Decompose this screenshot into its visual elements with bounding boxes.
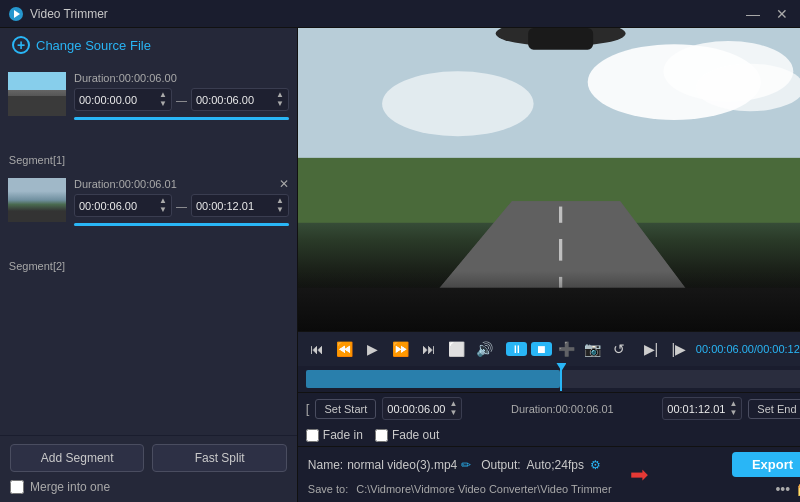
export-button[interactable]: Export (732, 452, 800, 477)
duration-display: Duration:00:00:06.01 (468, 403, 656, 415)
right-panel: ⏮ ⏪ ▶ ⏩ ⏭ ⬜ 🔊 ⏸ ⏹ ➕ 📷 ↺ ▶| |▶ 00:00:06.0… (298, 28, 800, 502)
start-time-spinners: ▲ ▼ (449, 400, 457, 417)
segment-1-end-up[interactable]: ▲ (276, 91, 284, 99)
end-time-value: 00:01:12.01 (667, 403, 725, 415)
fade-out-checkbox[interactable] (375, 429, 388, 442)
segment-2-thumbnail (8, 178, 66, 222)
footer-output-group: Output: Auto;24fps ⚙ (481, 458, 601, 472)
start-time-down[interactable]: ▼ (449, 409, 457, 417)
segment-1-end-spinners: ▲ ▼ (276, 91, 284, 108)
segment-2-end-up[interactable]: ▲ (276, 197, 284, 205)
segment-2-time-inputs: ▲ ▼ — ▲ ▼ (74, 194, 289, 217)
segment-2-end-input[interactable] (196, 200, 276, 212)
segment-1-item: Segment[1] Duration:00:00:06.00 ▲ ▼ (0, 66, 297, 172)
footer-name-group: Name: normal video(3).mp4 ✏ (308, 458, 471, 472)
skip-start-button[interactable]: ⏮ (306, 338, 328, 360)
timeline-track[interactable] (306, 370, 800, 388)
segment-1-thumbnail (8, 72, 66, 116)
set-points-row: [ Set Start 00:00:06.00 ▲ ▼ Duration:00:… (298, 392, 800, 424)
footer-bottom: Save to: C:\Vidmore\Vidmore Video Conver… (308, 481, 800, 497)
save-to-label: Save to: (308, 483, 348, 495)
timeline-area[interactable] (298, 366, 800, 392)
video-preview (298, 28, 800, 331)
merge-row: Merge into one (10, 480, 287, 494)
fast-split-button[interactable]: Fast Split (152, 444, 286, 472)
record-button[interactable]: ⏹ (531, 342, 552, 356)
segment-1-start-up[interactable]: ▲ (159, 91, 167, 99)
set-start-button[interactable]: Set Start (315, 399, 376, 419)
settings-icon[interactable]: ⚙ (590, 458, 601, 472)
rotate-button[interactable]: ↺ (608, 338, 630, 360)
left-bottom: Add Segment Fast Split Merge into one (0, 435, 297, 502)
svg-point-6 (382, 71, 534, 136)
segment-1-end-down[interactable]: ▼ (276, 100, 284, 108)
segment-1-time-inputs: ▲ ▼ — ▲ ▼ (74, 88, 289, 111)
segment-2-end-spinners: ▲ ▼ (276, 197, 284, 214)
rewind-button[interactable]: ⏪ (334, 338, 356, 360)
fade-out-wrapper: Fade out (375, 428, 439, 442)
main-layout: + Change Source File Segment[1] Duration… (0, 28, 800, 502)
segment-2-end-down[interactable]: ▼ (276, 206, 284, 214)
segment-2-end-wrapper: ▲ ▼ (191, 194, 289, 217)
footer-icons: ••• 📁 (775, 481, 800, 497)
segment-b-button[interactable]: |▶ (668, 338, 690, 360)
segment-1-bar-fill (74, 117, 289, 120)
name-label: Name: (308, 458, 343, 472)
edit-name-button[interactable]: ✏ (461, 458, 471, 472)
crop-button[interactable]: ⬜ (446, 338, 468, 360)
more-options-button[interactable]: ••• (775, 481, 790, 497)
segment-2-start-wrapper: ▲ ▼ (74, 194, 172, 217)
add-icon: + (12, 36, 30, 54)
add-segment-button[interactable]: Add Segment (10, 444, 144, 472)
close-button[interactable]: ✕ (772, 6, 792, 22)
title-bar-left: Video Trimmer (8, 6, 108, 22)
segment-1-end-wrapper: ▲ ▼ (191, 88, 289, 111)
start-time-spinner[interactable]: 00:00:06.00 ▲ ▼ (382, 397, 462, 420)
end-time-down[interactable]: ▼ (729, 409, 737, 417)
volume-button[interactable]: 🔊 (474, 338, 496, 360)
end-time-spinner[interactable]: 00:01:12.01 ▲ ▼ (662, 397, 742, 420)
segment-1-start-input[interactable] (79, 94, 159, 106)
segment-1-bar (74, 117, 289, 120)
segment-a-button[interactable]: ▶| (640, 338, 662, 360)
fade-in-checkbox[interactable] (306, 429, 319, 442)
fade-in-label: Fade in (323, 428, 363, 442)
segment-1-start-down[interactable]: ▼ (159, 100, 167, 108)
segment-2-dash: — (176, 200, 187, 212)
open-folder-button[interactable]: 📁 (796, 481, 800, 497)
add-button[interactable]: ➕ (556, 338, 578, 360)
fast-forward-button[interactable]: ⏩ (390, 338, 412, 360)
segment-2-start-down[interactable]: ▼ (159, 206, 167, 214)
segment-1-end-input[interactable] (196, 94, 276, 106)
video-placeholder (298, 28, 800, 331)
merge-label: Merge into one (30, 480, 110, 494)
segment-1-start-spinners: ▲ ▼ (159, 91, 167, 108)
action-buttons: Add Segment Fast Split (10, 444, 287, 472)
left-panel: + Change Source File Segment[1] Duration… (0, 28, 298, 502)
player-controls: ⏮ ⏪ ▶ ⏩ ⏭ ⬜ 🔊 ⏸ ⏹ ➕ 📷 ↺ ▶| |▶ 00:00:06.0… (298, 331, 800, 366)
segment-1-start-wrapper: ▲ ▼ (74, 88, 172, 111)
segment-2-item: Segment[2] Duration:00:00:06.01 ✕ ▲ ▼ (0, 172, 297, 278)
play-button[interactable]: ▶ (362, 338, 384, 360)
segment-2-label: Segment[2] (9, 260, 65, 272)
merge-checkbox[interactable] (10, 480, 24, 494)
end-time-spinners: ▲ ▼ (729, 400, 737, 417)
loop-button[interactable]: ⏸ (506, 342, 527, 356)
segment-2-start-input[interactable] (79, 200, 159, 212)
minimize-button[interactable]: — (742, 6, 764, 22)
arrow-annotation: ➡ (630, 462, 648, 488)
save-path: C:\Vidmore\Vidmore Video Converter\Video… (356, 483, 767, 495)
video-svg (298, 28, 800, 331)
file-name: normal video(3).mp4 (347, 458, 457, 472)
segment-1-controls: Duration:00:00:06.00 ▲ ▼ — (74, 72, 289, 120)
footer: Name: normal video(3).mp4 ✏ Output: Auto… (298, 446, 800, 502)
start-time-up[interactable]: ▲ (449, 400, 457, 408)
segment-2-close-button[interactable]: ✕ (279, 178, 289, 190)
screenshot-button[interactable]: 📷 (582, 338, 604, 360)
end-time-up[interactable]: ▲ (729, 400, 737, 408)
change-source-button[interactable]: + Change Source File (0, 28, 297, 62)
segment-2-start-up[interactable]: ▲ (159, 197, 167, 205)
svg-point-5 (696, 64, 800, 112)
skip-end-button[interactable]: ⏭ (418, 338, 440, 360)
set-end-button[interactable]: Set End (748, 399, 800, 419)
